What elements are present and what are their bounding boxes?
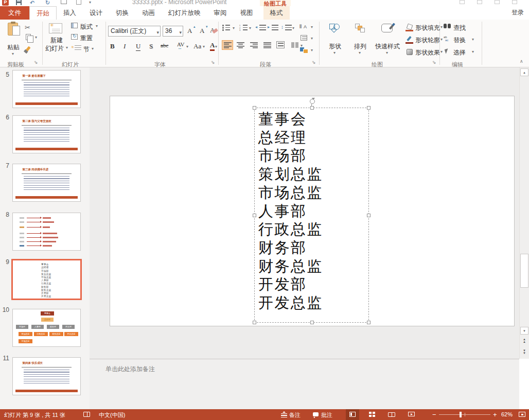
touch-mode-icon[interactable] xyxy=(76,0,81,5)
increase-indent-icon[interactable] xyxy=(272,25,278,30)
minimize-icon[interactable] xyxy=(495,0,500,4)
thumbnail-slide-10[interactable]: 董事会 总经理 市场部 人事部 财务部 开发部 策划总监 行政总监 财务总监 开… xyxy=(12,309,81,347)
columns-icon[interactable] xyxy=(291,42,298,48)
tab-insert[interactable]: 插入 xyxy=(57,6,83,20)
zoom-percentage[interactable]: 62% xyxy=(501,411,513,417)
spell-check-icon[interactable] xyxy=(83,412,90,417)
numbering-icon[interactable] xyxy=(243,25,248,30)
resize-handle-top-middle[interactable] xyxy=(310,106,314,110)
shape-effects-button[interactable]: 形状效果 xyxy=(405,48,439,57)
font-color-dropdown-icon[interactable] xyxy=(215,44,217,49)
zoom-out-button[interactable]: − xyxy=(432,411,436,418)
distribute-text-icon[interactable] xyxy=(276,41,285,48)
canvas-scroll-up-icon[interactable] xyxy=(520,68,528,76)
shrink-font-button[interactable]: A xyxy=(200,27,204,35)
notes-toggle-label[interactable]: 备注 xyxy=(289,411,301,419)
slide-text-content[interactable]: 董事会总经理市场部策划总监市场总监人事部行政总监财务部财务总监开发部开发总监 xyxy=(258,110,323,312)
ribbon-options-icon[interactable] xyxy=(477,0,482,4)
bullets-icon[interactable] xyxy=(225,25,230,30)
collapse-ribbon-icon[interactable] xyxy=(520,59,523,64)
line-spacing-dropdown-icon[interactable] xyxy=(292,26,294,30)
thumbnail-slide-8[interactable] xyxy=(12,213,81,251)
tab-review[interactable]: 审阅 xyxy=(207,6,234,20)
copy-icon[interactable] xyxy=(26,34,31,40)
arrange-button[interactable]: 排列 xyxy=(349,23,372,57)
character-spacing-dropdown-icon[interactable] xyxy=(186,44,188,49)
reset-button[interactable]: 重置 xyxy=(71,34,104,43)
numbering-dropdown-icon[interactable] xyxy=(249,26,251,30)
zoom-slider-thumb[interactable] xyxy=(460,412,462,417)
notes-placeholder[interactable]: 单击此处添加备注 xyxy=(105,365,155,374)
tab-design[interactable]: 设计 xyxy=(83,6,109,20)
replace-button[interactable]: 替换 xyxy=(444,36,478,44)
comments-toggle-label[interactable]: 批注 xyxy=(321,411,332,419)
fit-slide-to-window-icon[interactable] xyxy=(519,412,525,417)
font-dialog-launcher-icon[interactable] xyxy=(211,60,215,65)
character-spacing-button[interactable]: AV xyxy=(177,41,184,47)
line-spacing-icon[interactable] xyxy=(285,25,292,30)
align-center-icon[interactable] xyxy=(237,42,244,48)
slide-editing-surface[interactable]: 董事会总经理市场部策划总监市场总监人事部行政总监财务部财务总监开发部开发总监 xyxy=(110,96,515,326)
copy-dropdown-icon[interactable] xyxy=(35,35,37,40)
paste-dropdown-icon[interactable] xyxy=(12,51,14,56)
bold-button[interactable]: B xyxy=(110,42,115,50)
tab-transitions[interactable]: 切换 xyxy=(109,6,135,20)
strikethrough-button[interactable]: abc xyxy=(161,42,168,48)
section-button[interactable]: 节 xyxy=(71,45,104,54)
sign-in-link[interactable]: 登录 xyxy=(512,8,524,17)
next-slide-icon[interactable] xyxy=(520,348,528,356)
select-button[interactable]: 选择 xyxy=(444,48,478,57)
text-shadow-button[interactable]: S xyxy=(149,42,153,50)
quick-styles-button[interactable]: 快速样式 xyxy=(373,23,402,57)
language-indicator[interactable]: 中文(中国) xyxy=(99,411,125,419)
notes-pane[interactable]: 单击此处添加备注 xyxy=(90,359,519,409)
tab-file[interactable]: 文件 xyxy=(0,6,29,20)
underline-button[interactable]: U xyxy=(136,42,140,51)
thumbnail-slide-9-selected[interactable]: 董事会总经理市场部策划总监市场总监人事部行政总监财务部财务总监开发部开发总监 xyxy=(11,259,82,300)
resize-handle-bottom-left[interactable] xyxy=(253,321,256,324)
italic-button[interactable]: I xyxy=(124,42,126,50)
tab-slideshow[interactable]: 幻灯片放映 xyxy=(162,6,207,20)
comments-toggle-icon[interactable] xyxy=(313,412,319,416)
rotation-handle[interactable] xyxy=(310,99,315,104)
qat-customize-icon[interactable] xyxy=(89,0,91,6)
align-left-button[interactable] xyxy=(222,40,233,50)
font-name-combobox[interactable]: Calibri (正文) xyxy=(108,26,161,37)
thumbnail-slide-7[interactable]: 第三课 同侪携手共进 xyxy=(12,164,81,202)
canvas-scrollbar[interactable] xyxy=(519,67,529,359)
font-name-dropdown-icon[interactable] xyxy=(156,28,159,38)
clear-formatting-icon[interactable] xyxy=(210,26,217,33)
shape-outline-button[interactable]: 形状轮廓 xyxy=(405,36,439,44)
start-slideshow-icon[interactable] xyxy=(61,0,67,4)
help-icon[interactable] xyxy=(460,0,465,4)
shape-fill-button[interactable]: 形状填充 xyxy=(405,24,439,32)
align-text-dropdown-icon[interactable] xyxy=(311,36,313,41)
format-painter-icon[interactable] xyxy=(25,46,30,52)
notes-toggle-icon[interactable] xyxy=(281,413,287,418)
resize-handle-top-left[interactable] xyxy=(253,106,256,110)
redo-icon[interactable] xyxy=(45,0,50,6)
thumbnail-slide-6[interactable]: 第二课 我与父母交朋友 xyxy=(12,115,81,153)
resize-handle-top-right[interactable] xyxy=(367,106,371,110)
paste-button[interactable]: 粘贴 xyxy=(3,22,24,59)
clipboard-dialog-launcher-icon[interactable] xyxy=(34,60,38,65)
tab-view[interactable]: 视图 xyxy=(234,6,260,20)
align-text-icon[interactable] xyxy=(301,35,307,41)
columns-dropdown-icon[interactable] xyxy=(301,43,303,48)
canvas-scroll-down-icon[interactable] xyxy=(520,327,528,335)
selected-text-box[interactable]: 董事会总经理市场部策划总监市场总监人事部行政总监财务部财务总监开发部开发总监 xyxy=(254,108,369,323)
bullets-dropdown-icon[interactable] xyxy=(233,26,235,30)
change-case-button[interactable]: Aa xyxy=(193,42,201,50)
justify-icon[interactable] xyxy=(263,42,271,48)
canvas-scrollbar-thumb[interactable] xyxy=(520,254,528,288)
resize-handle-middle-right[interactable] xyxy=(367,214,371,217)
resize-handle-bottom-right[interactable] xyxy=(367,321,371,324)
resize-handle-middle-left[interactable] xyxy=(253,214,256,217)
layout-button[interactable]: 版式 xyxy=(71,23,104,31)
font-size-combobox[interactable]: 36 xyxy=(163,26,183,37)
tab-animations[interactable]: 动画 xyxy=(135,6,162,20)
save-icon[interactable] xyxy=(16,0,22,5)
paragraph-dialog-launcher-icon[interactable] xyxy=(312,60,316,65)
font-color-button[interactable]: A xyxy=(210,41,215,51)
slide-sorter-view-button[interactable] xyxy=(365,409,379,420)
